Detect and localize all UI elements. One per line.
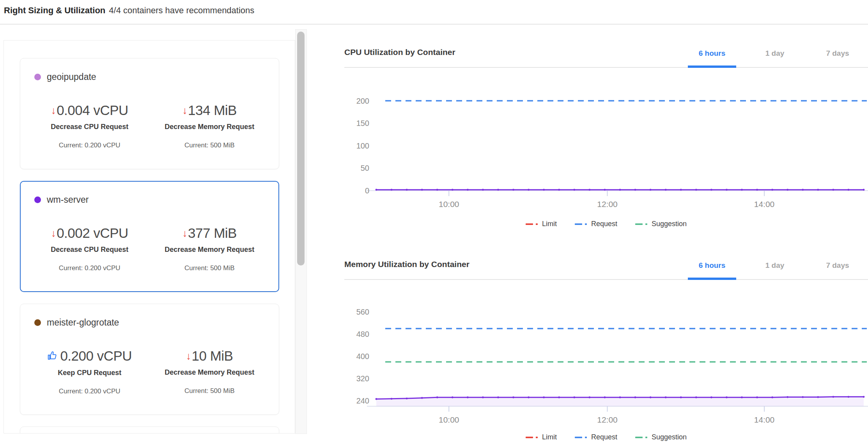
container-color-dot xyxy=(34,196,41,203)
svg-text:10:00: 10:00 xyxy=(439,200,459,209)
tab-1-day[interactable]: 1 day xyxy=(745,261,804,279)
legend-dot-icon xyxy=(536,223,538,225)
memory-current-value: Current: 500 MiB xyxy=(150,387,270,395)
decrease-arrow-icon: ↓ xyxy=(182,104,188,116)
panel-scrollbar-track[interactable] xyxy=(295,29,307,434)
memory-chart-legend: LimitRequestSuggestion xyxy=(344,433,868,441)
legend-dash-icon xyxy=(635,223,643,225)
svg-text:14:00: 14:00 xyxy=(754,200,775,209)
container-card-wm-server[interactable]: wm-server↓0.002 vCPUDecrease CPU Request… xyxy=(20,181,279,292)
tab-6-hours[interactable]: 6 hours xyxy=(682,261,742,279)
svg-text:0: 0 xyxy=(365,186,369,195)
decrease-arrow-icon: ↓ xyxy=(51,104,56,116)
legend-dash-icon xyxy=(526,223,533,225)
memory-current-value: Current: 500 MiB xyxy=(150,264,270,272)
cpu-action-label: Keep CPU Request xyxy=(30,369,150,377)
cpu-current-value: Current: 0.200 vCPU xyxy=(30,264,150,272)
charts-column: CPU Utilization by Container 6 hours1 da… xyxy=(344,0,868,446)
memory-utilization-chart: 24032040048056010:0012:0014:00 xyxy=(344,280,868,428)
decrease-arrow-icon: ↓ xyxy=(186,350,191,362)
container-color-dot xyxy=(34,74,41,80)
cpu-recommended-value: ↓0.004 vCPU xyxy=(30,103,150,118)
legend-dot-icon xyxy=(645,437,647,438)
memory-chart-header: Memory Utilization by Container 6 hours1… xyxy=(344,253,868,280)
svg-text:480: 480 xyxy=(356,330,369,338)
legend-label: Request xyxy=(591,433,617,441)
recommendation-metrics: ↓0.002 vCPUDecrease CPU RequestCurrent: … xyxy=(30,225,269,272)
svg-text:240: 240 xyxy=(356,396,369,405)
cpu-timerange-tabs: 6 hours1 day7 days xyxy=(682,49,867,67)
tab-7-days[interactable]: 7 days xyxy=(808,49,867,67)
cpu-recommended-value: 0.200 vCPU xyxy=(30,348,150,364)
decrease-arrow-icon: ↓ xyxy=(182,227,188,239)
memory-recommendation: ↓134 MiBDecrease Memory RequestCurrent: … xyxy=(150,103,270,149)
right-sizing-page: Right Sizing & Utilization4/4 containers… xyxy=(0,0,868,446)
memory-action-label: Decrease Memory Request xyxy=(150,123,270,131)
tab-6-hours[interactable]: 6 hours xyxy=(682,49,742,67)
legend-label: Limit xyxy=(542,433,557,441)
panel-scrollbar-thumb[interactable] xyxy=(297,32,305,265)
cpu-value-text: 0.004 vCPU xyxy=(57,103,128,118)
legend-item-request[interactable]: Request xyxy=(575,433,617,441)
memory-value-text: 10 MiB xyxy=(192,348,233,363)
cpu-recommended-value: ↓0.002 vCPU xyxy=(30,225,150,241)
container-card-geoipupdate[interactable]: geoipupdate↓0.004 vCPUDecrease CPU Reque… xyxy=(20,58,279,169)
memory-chart-title: Memory Utilization by Container xyxy=(344,260,469,269)
cpu-action-label: Decrease CPU Request xyxy=(30,123,150,131)
legend-dash-icon xyxy=(575,437,582,438)
svg-text:200: 200 xyxy=(356,97,369,105)
legend-dash-icon xyxy=(635,437,643,438)
svg-text:560: 560 xyxy=(356,308,369,316)
container-name-row: wm-server xyxy=(34,195,269,205)
cpu-chart-title: CPU Utilization by Container xyxy=(344,48,455,57)
container-name: meister-glogrotate xyxy=(47,317,119,328)
tab-7-days[interactable]: 7 days xyxy=(808,261,867,279)
legend-item-suggestion[interactable]: Suggestion xyxy=(635,220,687,228)
legend-dot-icon xyxy=(645,223,647,225)
legend-label: Suggestion xyxy=(652,220,687,228)
page-title: Right Sizing & Utilization xyxy=(4,5,105,15)
memory-action-label: Decrease Memory Request xyxy=(150,246,270,254)
memory-recommended-value: ↓377 MiB xyxy=(150,225,270,241)
svg-text:320: 320 xyxy=(356,374,369,383)
legend-dot-icon xyxy=(585,223,587,225)
legend-item-limit[interactable]: Limit xyxy=(526,433,557,441)
svg-text:12:00: 12:00 xyxy=(597,200,618,209)
legend-label: Suggestion xyxy=(652,433,687,441)
svg-text:10:00: 10:00 xyxy=(439,415,459,424)
page-subtitle: 4/4 containers have recommendations xyxy=(109,5,254,15)
memory-recommendation: ↓10 MiBDecrease Memory RequestCurrent: 5… xyxy=(150,348,270,395)
svg-text:12:00: 12:00 xyxy=(597,415,618,424)
svg-text:150: 150 xyxy=(356,119,369,127)
svg-text:14:00: 14:00 xyxy=(754,415,775,424)
legend-label: Limit xyxy=(542,220,557,228)
container-name-row: meister-glogrotate xyxy=(34,317,269,328)
container-card-list: geoipupdate↓0.004 vCPUDecrease CPU Reque… xyxy=(20,58,279,434)
legend-item-request[interactable]: Request xyxy=(575,220,617,228)
thumbs-up-icon xyxy=(47,349,58,364)
svg-text:400: 400 xyxy=(356,352,369,361)
cpu-utilization-section: CPU Utilization by Container 6 hours1 da… xyxy=(344,38,868,228)
legend-dot-icon xyxy=(536,437,538,438)
cpu-recommendation: ↓0.002 vCPUDecrease CPU RequestCurrent: … xyxy=(30,225,150,272)
svg-text:100: 100 xyxy=(356,142,369,150)
container-name: wm-server xyxy=(47,195,89,205)
memory-timerange-tabs: 6 hours1 day7 days xyxy=(682,261,867,279)
container-recommendations-panel: geoipupdate↓0.004 vCPUDecrease CPU Reque… xyxy=(4,40,295,434)
memory-value-text: 377 MiB xyxy=(188,225,237,241)
container-card-partial[interactable] xyxy=(20,427,279,434)
cpu-utilization-chart: 05010015020010:0012:0014:00 xyxy=(344,68,868,211)
legend-dash-icon xyxy=(526,437,533,438)
cpu-current-value: Current: 0.200 vCPU xyxy=(30,142,150,149)
legend-item-limit[interactable]: Limit xyxy=(526,220,557,228)
cpu-recommendation: ↓0.004 vCPUDecrease CPU RequestCurrent: … xyxy=(30,103,150,149)
memory-action-label: Decrease Memory Request xyxy=(150,368,270,377)
legend-dash-icon xyxy=(575,223,582,225)
memory-current-value: Current: 500 MiB xyxy=(150,142,270,149)
legend-item-suggestion[interactable]: Suggestion xyxy=(635,433,687,441)
memory-recommended-value: ↓134 MiB xyxy=(150,103,270,118)
tab-1-day[interactable]: 1 day xyxy=(745,49,804,67)
cpu-chart-header: CPU Utilization by Container 6 hours1 da… xyxy=(344,38,868,68)
legend-label: Request xyxy=(591,220,617,228)
container-card-meister-glogrotate[interactable]: meister-glogrotate0.200 vCPUKeep CPU Req… xyxy=(20,304,279,415)
